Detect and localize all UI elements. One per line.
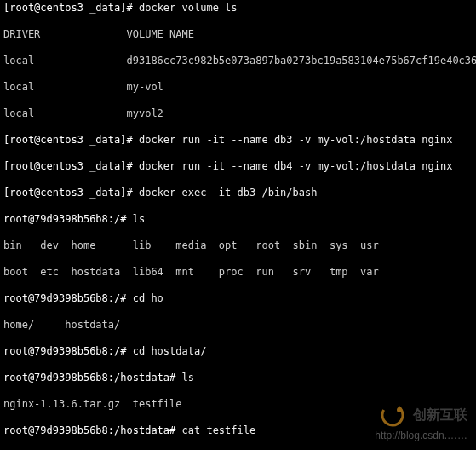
command-text: ls	[182, 372, 194, 384]
command-text: cd hostdata/	[133, 345, 207, 357]
command-text: cat testfile	[182, 424, 256, 436]
command-text: docker exec -it db3 /bin/bash	[139, 187, 318, 199]
terminal-line: home/ hostdata/	[3, 319, 473, 332]
terminal-line: root@79d9398b56b8:/hostdata# ls	[3, 372, 473, 385]
terminal-line: [root@centos3 _data]# docker run -it --n…	[3, 134, 473, 147]
prompt-text: [root@centos3 _data]#	[3, 160, 139, 172]
terminal-line: boot etc hostdata lib64 mnt proc run srv…	[3, 266, 473, 280]
terminal-line: root@79d9398b56b8:/# cd ho	[3, 292, 473, 306]
prompt-text: [root@centos3 _data]#	[3, 2, 139, 14]
prompt-text: root@79d9398b56b8:/hostdata#	[3, 424, 182, 436]
prompt-text: root@79d9398b56b8:/hostdata#	[3, 372, 182, 384]
command-text: cd ho	[133, 292, 163, 304]
terminal-output[interactable]: [root@centos3 _data]# docker volume ls D…	[0, 0, 476, 450]
output-text: local my-vol	[3, 81, 163, 93]
terminal-line: root@79d9398b56b8:/# ls	[3, 213, 473, 227]
terminal-line: root@79d9398b56b8:/# cd hostdata/	[3, 345, 473, 359]
command-text: docker run -it --name db3 -v my-vol:/hos…	[139, 134, 452, 146]
terminal-line: [root@centos3 _data]# docker exec -it db…	[3, 187, 473, 200]
terminal-line: local my-vol	[3, 81, 473, 95]
output-text: local d93186cc73c982b5e073a897ba0273bc19…	[3, 55, 476, 66]
terminal-line: local d93186cc73c982b5e073a897ba0273bc19…	[3, 55, 473, 68]
command-text: docker run -it --name db4 -v my-vol:/hos…	[139, 160, 452, 172]
prompt-text: [root@centos3 _data]#	[3, 134, 139, 146]
output-text: nginx-1.13.6.tar.gz testfile	[3, 398, 182, 410]
terminal-line: DRIVER VOLUME NAME	[3, 28, 473, 42]
output-text: home/ hostdata/	[3, 319, 120, 331]
output-text: local myvol2	[3, 107, 163, 119]
terminal-line: nginx-1.13.6.tar.gz testfile	[3, 398, 473, 412]
terminal-line: [root@centos3 _data]# docker volume ls	[3, 2, 473, 15]
prompt-text: root@79d9398b56b8:/#	[3, 213, 133, 225]
terminal-line: [root@centos3 _data]# docker run -it --n…	[3, 160, 473, 174]
prompt-text: [root@centos3 _data]#	[3, 187, 139, 199]
command-text: ls	[133, 213, 145, 225]
command-text: docker volume ls	[139, 2, 238, 14]
terminal-line: bin dev home lib media opt root sbin sys…	[3, 239, 473, 253]
terminal-line: local myvol2	[3, 107, 473, 121]
output-text: boot etc hostdata lib64 mnt proc run srv…	[3, 266, 379, 278]
prompt-text: root@79d9398b56b8:/#	[3, 292, 133, 304]
terminal-line: root@79d9398b56b8:/hostdata# cat testfil…	[3, 424, 473, 438]
output-text: DRIVER VOLUME NAME	[3, 28, 194, 40]
output-text: bin dev home lib media opt root sbin sys…	[3, 239, 379, 251]
prompt-text: root@79d9398b56b8:/#	[3, 345, 133, 357]
